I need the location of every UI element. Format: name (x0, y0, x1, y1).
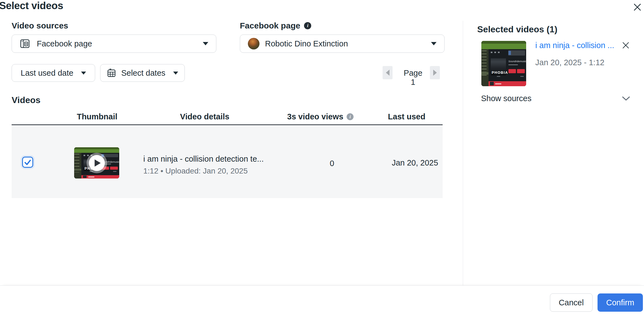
last-used-date-filter[interactable]: Last used date (12, 64, 95, 82)
play-icon (89, 155, 105, 171)
video-sources-label: Video sources (12, 21, 68, 30)
show-sources-label: Show sources (481, 94, 531, 103)
thumb-sidebar (481, 49, 489, 86)
sort-filter-label: Last used date (21, 69, 73, 78)
column-header-last-used: Last used (387, 112, 426, 121)
column-header-thumbnail: Thumbnail (74, 112, 120, 121)
video-sources-value: Facebook page (37, 39, 92, 48)
video-checkbox[interactable] (22, 157, 33, 168)
next-page-button[interactable] (430, 66, 440, 79)
panel-divider (463, 21, 463, 285)
selected-videos-heading: Selected videos (1) (477, 24, 557, 35)
facebook-page-value: Robotic Dino Extinction (265, 39, 348, 48)
checkmark-icon (24, 158, 32, 166)
select-dates-filter[interactable]: Select dates (100, 64, 185, 82)
video-sources-select[interactable]: Facebook page (12, 35, 216, 53)
table-row[interactable]: PHOBIA Soundridemusic i am ninja - colli… (12, 125, 443, 198)
cancel-button[interactable]: Cancel (550, 293, 593, 312)
selected-video-link[interactable]: i am ninja - collision ... (535, 41, 618, 50)
page-avatar (248, 38, 259, 49)
show-sources-toggle[interactable]: Show sources (481, 94, 630, 103)
thumb-sidebar (74, 153, 81, 179)
calendar-icon (107, 68, 116, 78)
thumb-album-title: PHOBIA (492, 70, 508, 75)
facebook-page-icon (20, 38, 30, 49)
thumb-green-bar (481, 41, 526, 49)
arrow-left-icon (386, 70, 389, 76)
facebook-page-label: Facebook page (240, 21, 300, 30)
selected-video-meta: Jan 20, 2025 - 1:12 (535, 58, 604, 67)
thumb-green-bar (74, 147, 119, 153)
video-3s-views: 0 (304, 159, 360, 168)
chevron-down-icon (622, 96, 630, 101)
arrow-right-icon (433, 70, 437, 76)
page-indicator: Page 1 (401, 69, 425, 87)
info-icon[interactable]: i (347, 113, 354, 120)
video-thumbnail: PHOBIA Soundridemusic (74, 147, 119, 179)
video-last-used: Jan 20, 2025 (376, 158, 454, 167)
close-x-glyph (621, 41, 630, 50)
previous-page-button[interactable] (383, 66, 393, 79)
close-icon[interactable] (631, 1, 643, 13)
facebook-page-select[interactable]: Robotic Dino Extinction (240, 35, 445, 53)
dates-filter-label: Select dates (121, 69, 165, 78)
video-title: i am ninja - collision detection te... (143, 154, 264, 164)
info-icon[interactable]: i (304, 22, 311, 29)
dialog-footer: Cancel Confirm (0, 285, 644, 315)
page-title: Select videos (0, 0, 63, 12)
close-x-glyph (632, 2, 642, 12)
videos-heading: Videos (12, 95, 40, 105)
views-header-label: 3s video views (287, 112, 343, 121)
thumb-album-art: PHOBIA (491, 58, 506, 75)
thumb-red-bar (81, 175, 119, 179)
column-header-video-details: Video details (177, 112, 232, 121)
thumb-track-title: Soundridemusic (508, 60, 526, 63)
caret-down-icon (173, 72, 178, 75)
caret-down-icon (81, 72, 86, 75)
thumb-main-panel: PHOBIA Soundridemusic (489, 49, 526, 81)
caret-down-icon (431, 42, 437, 45)
facebook-page-label-row: Facebook page i (240, 21, 311, 30)
confirm-button[interactable]: Confirm (598, 293, 643, 312)
selected-video-thumbnail: PHOBIA Soundridemusic (481, 41, 526, 86)
remove-selected-icon[interactable] (620, 39, 632, 51)
caret-down-icon (203, 42, 208, 45)
video-meta: 1:12 • Uploaded: Jan 20, 2025 (143, 167, 248, 175)
thumb-red-bar (489, 81, 526, 86)
column-header-3s-video-views: 3s video views i (287, 112, 354, 121)
